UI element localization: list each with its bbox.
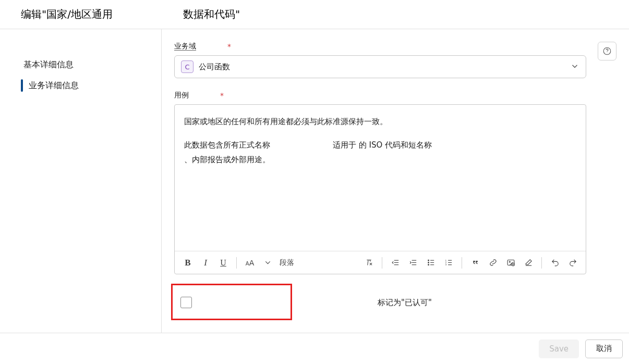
sidebar-item-label: 业务详细信息 — [29, 80, 79, 91]
chevron-down-icon — [570, 62, 579, 72]
outdent-button[interactable] — [388, 255, 403, 271]
editor-paragraph: 、内部报告或外部用途。 — [184, 152, 576, 167]
editor-text: 此数据包含所有正式名称 — [184, 138, 270, 153]
image-button[interactable] — [503, 255, 518, 271]
field-use-case: 用例 * 国家或地区的任何和所有用途都必须与此标准源保持一致。 此数据包含所有正… — [174, 91, 586, 274]
toolbar-separator — [462, 257, 462, 269]
endorsed-label: 标记为"已认可" — [378, 298, 432, 308]
bold-button[interactable]: B — [180, 255, 196, 271]
svg-point-10 — [428, 264, 429, 265]
endorsed-checkbox[interactable] — [180, 297, 192, 308]
label-text: 用例 — [174, 91, 189, 100]
toolbar-separator — [541, 257, 542, 269]
svg-point-1 — [607, 53, 608, 53]
svg-point-21 — [509, 261, 510, 262]
required-indicator: * — [227, 42, 231, 51]
required-indicator: * — [220, 91, 224, 100]
sidebar: 基本详细信息 业务详细信息 — [0, 29, 162, 333]
rich-text-editor: 国家或地区的任何和所有用途都必须与此标准源保持一致。 此数据包含所有正式名称 适… — [174, 104, 586, 274]
editor-text: 适用于 的 ISO 代码和短名称 — [333, 138, 432, 153]
svg-point-8 — [428, 260, 429, 261]
indent-button[interactable] — [405, 255, 421, 271]
editor-row: 此数据包含所有正式名称 适用于 的 ISO 代码和短名称 — [184, 138, 576, 153]
toolbar-separator — [382, 257, 382, 269]
field-label: 业务域 * — [174, 42, 586, 51]
cancel-button[interactable]: 取消 — [585, 339, 623, 358]
page-header: 编辑"国家/地区通用 数据和代码" — [0, 0, 629, 29]
redo-button[interactable] — [565, 255, 580, 271]
sidebar-item-basic-details[interactable]: 基本详细信息 — [0, 54, 161, 75]
help-button[interactable] — [598, 42, 616, 60]
quote-button[interactable] — [467, 255, 483, 271]
svg-text:3: 3 — [445, 263, 446, 266]
save-button: Save — [539, 339, 579, 358]
dropdown-chip: C — [181, 60, 193, 73]
label-text: 业务域 — [174, 42, 196, 51]
help-icon — [602, 46, 612, 56]
svg-point-9 — [428, 262, 429, 263]
dropdown-value: 公司函数 — [199, 62, 570, 72]
underline-button[interactable]: U — [215, 255, 231, 271]
editor-content[interactable]: 国家或地区的任何和所有用途都必须与此标准源保持一致。 此数据包含所有正式名称 适… — [175, 105, 586, 251]
editor-paragraph: 国家或地区的任何和所有用途都必须与此标准源保持一致。 — [184, 114, 576, 129]
bullet-list-button[interactable] — [423, 255, 439, 271]
field-business-domain: 业务域 * C 公司函数 — [174, 42, 586, 78]
font-size-button[interactable]: AA — [242, 255, 258, 271]
footer: Save 取消 — [0, 333, 629, 364]
page-title-suffix: 数据和代码" — [183, 7, 240, 21]
editor-toolbar: B I U AA 段落 123 — [175, 251, 586, 274]
main-content: 业务域 * C 公司函数 用例 * — [162, 29, 629, 333]
sidebar-item-label: 基本详细信息 — [23, 59, 74, 70]
eraser-button[interactable] — [521, 255, 536, 271]
italic-button[interactable]: I — [198, 255, 213, 271]
link-button[interactable] — [485, 255, 501, 271]
field-label: 用例 * — [174, 91, 586, 100]
page-title-prefix: 编辑"国家/地区通用 — [21, 7, 113, 21]
business-domain-dropdown[interactable]: C 公司函数 — [174, 55, 586, 78]
field-endorsed: 标记为"已认可" — [174, 287, 586, 318]
paragraph-style-button[interactable]: 段落 — [277, 258, 296, 268]
undo-button[interactable] — [547, 255, 563, 271]
font-size-caret[interactable] — [260, 255, 275, 271]
sidebar-item-business-details[interactable]: 业务详细信息 — [0, 75, 161, 96]
toolbar-separator — [236, 257, 237, 269]
clear-format-button[interactable] — [361, 255, 377, 271]
numbered-list-button[interactable]: 123 — [441, 255, 456, 271]
